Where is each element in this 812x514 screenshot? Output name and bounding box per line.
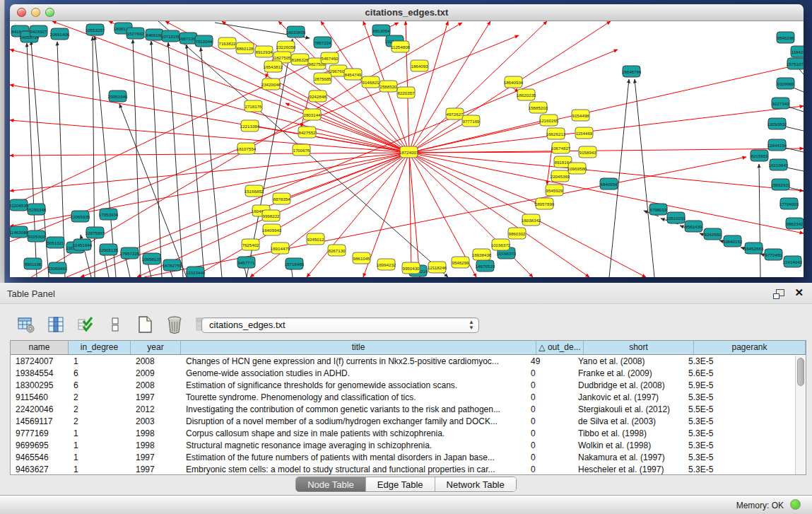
close-panel-icon[interactable]: ✕: [794, 287, 804, 298]
table-row[interactable]: 1456911722003Disruption of a novel membe…: [11, 416, 795, 428]
table-cell[interactable]: 18300295: [11, 380, 69, 392]
graph-node[interactable]: 10553257: [86, 24, 105, 35]
table-cell[interactable]: Wolkin et al. (1998): [573, 440, 683, 452]
graph-node[interactable]: 9146821: [362, 76, 379, 88]
table-row[interactable]: 946362711997Embryonic stem cells: a mode…: [11, 464, 795, 474]
graph-node[interactable]: 9901106: [24, 258, 42, 269]
graph-node[interactable]: 1184285: [791, 46, 804, 57]
table-cell[interactable]: 5.3E-5: [683, 464, 795, 474]
graph-node[interactable]: 9227343: [772, 98, 789, 109]
graph-node[interactable]: 10196372: [491, 239, 511, 250]
table-row[interactable]: 1830029562008Estimation of significance …: [11, 380, 795, 392]
table-cell[interactable]: 2009: [131, 368, 181, 380]
network-window[interactable]: citations_edges.txt 84164122405572494159…: [10, 4, 804, 277]
table-cell[interactable]: Embryonic stem cells: a model to study s…: [181, 464, 526, 474]
graph-edge[interactable]: [10, 120, 409, 153]
graph-node[interactable]: 10840152: [723, 235, 743, 247]
graph-node[interactable]: 10510291: [666, 212, 686, 223]
graph-node[interactable]: 16033809: [286, 26, 306, 37]
graph-node[interactable]: 8813054: [372, 25, 390, 36]
graph-node[interactable]: 9998222: [262, 210, 280, 221]
table-cell[interactable]: 1: [69, 356, 131, 368]
graph-node[interactable]: 8220357: [397, 87, 415, 98]
graph-node[interactable]: 12093832: [767, 118, 787, 129]
table-row[interactable]: 1938455462009Genome-wide association stu…: [11, 368, 795, 380]
graph-node[interactable]: 17957225: [120, 247, 140, 259]
graph-node[interactable]: 16543812: [264, 61, 283, 72]
table-cell[interactable]: 5.3E-5: [683, 356, 795, 368]
table-cell[interactable]: 2: [69, 392, 131, 404]
table-cell[interactable]: 5.9E-5: [683, 380, 795, 392]
table-cell[interactable]: Disruption of a novel member of a sodium…: [181, 416, 526, 428]
table-row[interactable]: 946554611997Estimation of the future num…: [11, 452, 795, 464]
graph-node[interactable]: 15716485: [285, 258, 305, 269]
table-cell[interactable]: 5.3E-5: [683, 440, 795, 452]
table-cell[interactable]: 0: [526, 380, 573, 392]
graph-edge[interactable]: [409, 64, 804, 153]
graph-node[interactable]: 12118246: [428, 262, 447, 273]
graph-node[interactable]: 14976519: [476, 260, 495, 271]
table-cell[interactable]: Franke et al. (2009): [573, 368, 683, 380]
graph-edge[interactable]: [635, 79, 654, 277]
table-cell[interactable]: 0: [526, 416, 573, 428]
graph-node[interactable]: 12323448: [186, 267, 206, 277]
graph-node[interactable]: 2875685: [314, 73, 331, 84]
graph-node[interactable]: 9245012: [307, 233, 324, 245]
graph-edge[interactable]: [93, 37, 95, 277]
graph-node[interactable]: 7512044: [195, 35, 213, 47]
graph-node[interactable]: 16782759: [163, 259, 182, 271]
graph-node[interactable]: 16938438: [472, 249, 492, 260]
graph-node[interactable]: 1154469: [575, 127, 593, 139]
table-cell[interactable]: Structural magnetic resonance image aver…: [181, 440, 526, 452]
graph-node[interactable]: 12160265: [539, 115, 559, 126]
table-cell[interactable]: 5.3E-5: [683, 392, 795, 404]
graph-node[interactable]: 17353934: [99, 209, 119, 220]
table-cell[interactable]: 0: [526, 464, 573, 474]
graph-edge[interactable]: [144, 157, 746, 277]
column-header-in_degree[interactable]: in_degree: [69, 341, 131, 354]
graph-node[interactable]: 7857224: [314, 37, 331, 48]
table-row[interactable]: 977716911998Corpus callosum shape and si…: [11, 428, 795, 440]
table-cell[interactable]: 2003: [131, 416, 181, 428]
table-cell[interactable]: 18724007: [11, 356, 69, 368]
table-cell[interactable]: Estimation of the future numbers of pati…: [181, 452, 526, 464]
table-cell[interactable]: 2008: [131, 356, 181, 368]
table-cell[interactable]: 0: [526, 440, 573, 452]
graph-node[interactable]: 9860302: [508, 228, 526, 239]
table-cell[interactable]: 19384554: [11, 368, 69, 380]
graph-node[interactable]: 9242550: [704, 228, 722, 240]
graph-node[interactable]: 8561439: [685, 221, 702, 232]
table-vertical-scrollbar[interactable]: [795, 356, 806, 474]
table-cell[interactable]: 1: [69, 440, 131, 452]
graph-edge[interactable]: [409, 153, 533, 277]
table-cell[interactable]: 1997: [131, 392, 181, 404]
graph-node[interactable]: 9777169: [462, 115, 480, 127]
table-cell[interactable]: Nakamura et al. (1997): [573, 452, 683, 464]
graph-edge[interactable]: [168, 42, 183, 277]
table-cell[interactable]: 1997: [131, 452, 181, 464]
table-cell[interactable]: 1998: [131, 440, 181, 452]
graph-node[interactable]: 9242848: [309, 90, 326, 102]
citation-network-graph[interactable]: 8416412240557249415927206914061055325718…: [10, 21, 804, 277]
graph-node[interactable]: 23420046: [261, 78, 281, 90]
table-cell[interactable]: 0: [526, 368, 573, 380]
graph-node[interactable]: 16409943: [262, 224, 282, 235]
scrollbar-thumb[interactable]: [797, 358, 804, 386]
tab-network-table[interactable]: Network Table: [435, 477, 516, 491]
graph-node[interactable]: 9158943: [579, 146, 596, 158]
graph-node[interactable]: 2718176: [245, 100, 262, 112]
create-new-table-icon[interactable]: [134, 314, 155, 335]
window-titlebar[interactable]: citations_edges.txt: [10, 4, 804, 21]
graph-node[interactable]: 10975867: [86, 227, 105, 238]
table-cell[interactable]: Tourette syndrome. Phenomenology and cla…: [181, 392, 526, 404]
table-row[interactable]: 911546021997Tourette syndrome. Phenomeno…: [11, 392, 795, 404]
table-cell[interactable]: 2012: [131, 404, 181, 416]
graph-node[interactable]: 9950430: [402, 262, 420, 274]
delete-table-icon[interactable]: [164, 314, 185, 335]
graph-edge[interactable]: [254, 153, 409, 191]
graph-node[interactable]: 15295348: [27, 204, 47, 215]
table-cell[interactable]: 6: [69, 380, 131, 392]
show-column-icon[interactable]: [45, 314, 66, 335]
table-cell[interactable]: Corpus callosum shape and size in male p…: [181, 428, 526, 440]
graph-node[interactable]: 8912934: [255, 46, 273, 57]
